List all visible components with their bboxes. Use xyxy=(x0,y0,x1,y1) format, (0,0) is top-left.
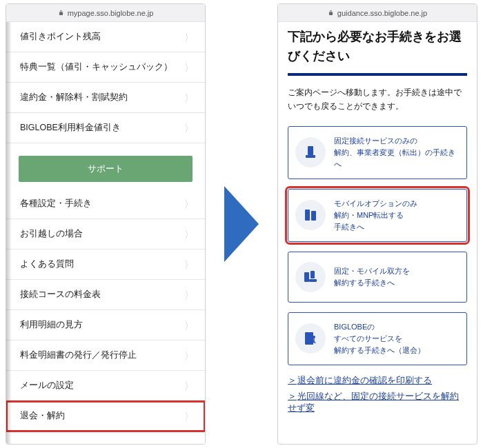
card-text-line: 解約、事業者変更（転出）の手続きへ xyxy=(334,147,460,170)
menu-row[interactable]: 違約金・解除料・割賦契約〉 xyxy=(6,83,205,113)
guidance-link[interactable]: 光回線など、固定の接続サービスを解約せず変 xyxy=(288,391,467,414)
chevron-right-icon: 〉 xyxy=(184,230,194,239)
chevron-right-icon: 〉 xyxy=(184,123,194,133)
chevron-right-icon: 〉 xyxy=(184,381,194,391)
menu-row-label: BIGLOBE利用料金値引き xyxy=(20,122,121,134)
svg-rect-7 xyxy=(305,332,313,345)
chevron-right-icon: 〉 xyxy=(184,290,194,300)
menu-row-label: 接続コースの料金表 xyxy=(20,289,101,301)
menu-row-label: よくある質問 xyxy=(20,258,74,270)
menu-row-label: 特典一覧（値引・キャッシュバック） xyxy=(20,61,172,73)
menu-row[interactable]: BIGLOBE利用料金値引き〉 xyxy=(6,113,205,143)
chevron-right-icon: 〉 xyxy=(184,93,194,103)
menu-row[interactable]: 特典一覧（値引・キャッシュバック）〉 xyxy=(6,52,205,83)
address-bar: guidance.sso.biglobe.ne.jp xyxy=(278,4,477,22)
menu-row-label: 各種設定・手続き xyxy=(20,198,92,210)
chevron-right-icon: 〉 xyxy=(184,351,194,360)
menu-row-label: 退会・解約 xyxy=(20,410,65,422)
card-text-line: すべてのサービスを xyxy=(334,333,425,345)
card-text-line: BIGLOBEの xyxy=(334,321,425,333)
phones-icon xyxy=(295,200,326,230)
phone-mypage: mypage.sso.biglobe.ne.jp 値引きポイント残高〉特典一覧（… xyxy=(6,3,206,445)
card-text: モバイルオプションのみ解約・MNP転出する手続きへ xyxy=(334,198,417,233)
card-mobile-only[interactable]: モバイルオプションのみ解約・MNP転出する手続きへ xyxy=(288,189,467,242)
chevron-right-icon: 〉 xyxy=(184,320,194,330)
menu-row[interactable]: 値引きポイント残高〉 xyxy=(6,22,205,52)
menu-row-label: 違約金・解除料・割賦契約 xyxy=(20,92,128,103)
svg-rect-4 xyxy=(304,272,309,282)
card-text: BIGLOBEのすべてのサービスを解約する手続きへ（退会） xyxy=(334,321,425,356)
card-text-line: 固定接続サービスのみの xyxy=(334,135,460,147)
arrow-right-icon xyxy=(224,186,259,262)
transition-arrow xyxy=(206,0,277,448)
menu-row[interactable]: お引越しの場合〉 xyxy=(6,219,205,250)
menu-row-label: 料金明細書の発行／発行停止 xyxy=(20,349,137,361)
menu-row[interactable]: 利用明細の見方〉 xyxy=(6,310,205,340)
card-both[interactable]: 固定・モバイル双方を解約する手続きへ xyxy=(288,252,467,303)
chevron-right-icon: 〉 xyxy=(184,199,194,209)
page-description: ご案内ページへ移動します。お手続きは途中でいつでも戻ることができます。 xyxy=(288,85,467,114)
exit-door-icon xyxy=(295,323,326,354)
chevron-right-icon: 〉 xyxy=(184,32,194,42)
card-text: 固定・モバイル双方を解約する手続きへ xyxy=(334,265,410,289)
router-icon xyxy=(295,137,326,167)
card-text-line: 固定・モバイル双方を xyxy=(334,265,410,277)
menu-row[interactable]: 料金明細書の発行／発行停止〉 xyxy=(6,340,205,371)
chevron-right-icon: 〉 xyxy=(184,63,194,72)
address-bar: mypage.sso.biglobe.ne.jp xyxy=(6,4,205,22)
svg-rect-5 xyxy=(310,271,315,278)
menu-row-label: お引越しの場合 xyxy=(20,228,83,240)
support-button[interactable]: サポート xyxy=(19,156,193,182)
card-text-line: モバイルオプションのみ xyxy=(334,198,417,210)
card-text-line: 解約・MNP転出する xyxy=(334,210,417,221)
menu-row[interactable]: 各種設定・手続き〉 xyxy=(6,189,205,219)
card-text-line: 解約する手続きへ xyxy=(334,277,410,289)
menu-row-label: 利用明細の見方 xyxy=(20,319,83,331)
right-content: 下記から必要なお手続きをお選びください ご案内ページへ移動します。お手続きは途中… xyxy=(278,22,477,444)
page-title: 下記から必要なお手続きをお選びください xyxy=(288,22,467,76)
url-text: mypage.sso.biglobe.ne.jp xyxy=(68,9,154,17)
svg-rect-2 xyxy=(305,210,310,221)
menu-row-label: メールの設定 xyxy=(20,380,74,391)
url-text: guidance.sso.biglobe.ne.jp xyxy=(337,9,427,17)
lock-icon xyxy=(58,10,64,16)
svg-rect-0 xyxy=(308,146,313,155)
menu-row[interactable]: 退会・解約〉 xyxy=(6,401,205,431)
phone-guidance: guidance.sso.biglobe.ne.jp 下記から必要なお手続きをお… xyxy=(277,3,477,445)
card-text-line: 手続きへ xyxy=(334,221,417,233)
card-text-line: 解約する手続きへ（退会） xyxy=(334,345,425,356)
menu-row[interactable]: 接続コースの料金表〉 xyxy=(6,280,205,310)
card-text: 固定接続サービスのみの解約、事業者変更（転出）の手続きへ xyxy=(334,135,460,170)
card-fixed-only[interactable]: 固定接続サービスのみの解約、事業者変更（転出）の手続きへ xyxy=(288,126,467,179)
left-content: 値引きポイント残高〉特典一覧（値引・キャッシュバック）〉違約金・解除料・割賦契約… xyxy=(6,22,205,444)
menu-row[interactable]: よくある質問〉 xyxy=(6,250,205,280)
guidance-link[interactable]: 退会前に違約金の確認を印刷する xyxy=(288,375,467,387)
svg-rect-1 xyxy=(306,155,315,158)
lock-icon xyxy=(328,10,334,16)
svg-rect-6 xyxy=(309,279,317,282)
chevron-right-icon: 〉 xyxy=(184,411,194,421)
svg-rect-3 xyxy=(311,211,316,221)
router-phone-icon xyxy=(295,262,326,292)
menu-row-label: 値引きポイント残高 xyxy=(20,31,101,43)
svg-point-8 xyxy=(313,336,315,338)
menu-row[interactable]: メールの設定〉 xyxy=(6,371,205,401)
support-label: サポート xyxy=(88,163,124,174)
chevron-right-icon: 〉 xyxy=(184,260,194,269)
card-all-services[interactable]: BIGLOBEのすべてのサービスを解約する手続きへ（退会） xyxy=(288,312,467,365)
